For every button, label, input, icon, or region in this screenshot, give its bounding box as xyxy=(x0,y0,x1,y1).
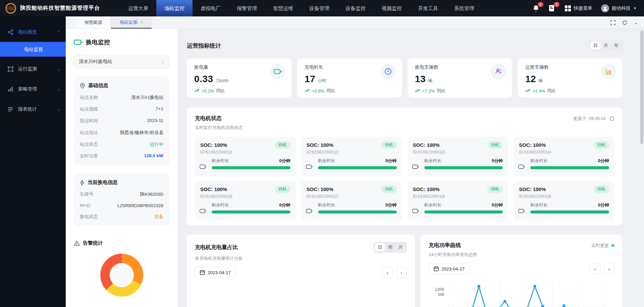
date-picker-button[interactable]: 2023-04-17 xyxy=(195,267,236,278)
tabs: 智慧能源 × 电站监视 × xyxy=(76,16,152,28)
period-option[interactable]: 周 xyxy=(385,243,395,252)
user-menu-button[interactable]: 能动科技 ▼ xyxy=(601,4,637,12)
charger-card: SOC: 100% 待机 ID:6108220001|5 剩余时长 0分钟 xyxy=(195,181,296,221)
charge-progress-bar xyxy=(530,166,609,169)
battery-icon xyxy=(74,40,83,45)
charger-id: ID:6108220001|5 xyxy=(200,194,290,199)
battery-icon xyxy=(412,165,419,169)
nav-item[interactable]: 虚拟电厂 xyxy=(193,0,229,16)
status-badge: 待机 xyxy=(275,141,290,149)
charger-soc: SOC: 100% xyxy=(519,186,546,192)
battery-icon xyxy=(200,209,206,213)
battery-icon xyxy=(518,165,525,169)
charger-soc: SOC: 100% xyxy=(307,142,333,148)
date-picker-button[interactable]: 2023-04-17 xyxy=(429,263,470,274)
chargers-subtitle: 实时监控充电机充电状态 xyxy=(195,125,614,131)
frame-icon xyxy=(7,66,14,72)
battery-icon xyxy=(306,165,313,169)
period-option[interactable]: 月 xyxy=(395,243,406,252)
remain-value: 0分钟 xyxy=(598,202,609,208)
remain-label: 剩余时长 xyxy=(318,158,335,164)
refresh-icon[interactable] xyxy=(622,20,627,25)
status-badge: 待机 xyxy=(487,185,503,193)
logo-icon: SGC xyxy=(5,3,16,14)
period-option[interactable]: 日 xyxy=(590,41,601,50)
nav-item[interactable]: 智慧运维 xyxy=(265,0,301,16)
charger-card: SOC: 100% 待机 ID:6108220001|8 剩余时长 0分钟 xyxy=(408,181,508,221)
fullscreen-icon[interactable] xyxy=(610,20,615,25)
status-badge: 待机 xyxy=(381,185,397,193)
sidebar-item-station-overview[interactable]: 电站概览 ⌃ xyxy=(0,24,66,40)
message-badge: 0 xyxy=(554,2,559,7)
power-line-chart: 1200kW 900 kW xyxy=(429,278,614,307)
remain-label: 剩余时长 xyxy=(530,158,548,164)
tab[interactable]: 电站监视 × xyxy=(111,16,152,28)
remain-label: 剩余时长 xyxy=(530,202,548,208)
kpi-card-operating-vehicles: 运营车辆数 12辆 +2.4%同比 xyxy=(518,58,623,98)
trend-up-icon xyxy=(415,89,420,93)
charger-soc: SOC: 100% xyxy=(519,142,546,148)
swap-info-card: 当前换电信息 车牌号陕K06203D RFIDLZ5RB9D36PB002328… xyxy=(74,173,169,226)
sidebar-item-station-monitor[interactable]: 电站监视 xyxy=(0,42,66,57)
chevron-up-icon: ⌃ xyxy=(57,30,60,35)
nav-item[interactable]: 视频监控 xyxy=(374,0,410,16)
sidebar-item-strategy[interactable]: 策略管理 ⌄ xyxy=(0,81,66,97)
nav-item[interactable]: 系统管理 xyxy=(446,0,482,16)
charge-progress-bar xyxy=(318,210,397,213)
tab[interactable]: 智慧能源 × xyxy=(76,16,111,28)
sidebar-item-reports[interactable]: 报表统计 ⌄ xyxy=(0,102,66,117)
remain-label: 剩余时长 xyxy=(212,158,229,164)
nav-item[interactable]: 设备管理 xyxy=(301,0,337,16)
charger-soc: SOC: 100% xyxy=(200,186,227,192)
chevron-down-icon: ▼ xyxy=(633,6,637,10)
charger-card: SOC: 100% 待机 ID:6108220001|9 剩余时长 0分钟 xyxy=(514,181,614,221)
user-name: 能动科技 xyxy=(612,5,631,11)
info-row: RFIDLZ5RB9D36PB002328 xyxy=(80,203,163,208)
period-option[interactable]: 年 xyxy=(611,41,622,50)
charger-card: SOC: 100% 待机 ID:6108220001|1 剩余时长 0分钟 xyxy=(195,137,296,176)
pie-card-subtitle: 各充电机充电量统计分析 xyxy=(195,255,407,261)
nav-item[interactable]: 设备监控 xyxy=(337,0,374,16)
quick-menu-button[interactable]: 快捷菜单 xyxy=(565,5,592,11)
pie-period-toggle: 日 周 月 xyxy=(374,242,407,253)
remain-label: 剩余时长 xyxy=(212,202,229,208)
avatar xyxy=(601,4,609,12)
bar-chart-icon xyxy=(601,64,616,79)
vertical-scrollbar[interactable] xyxy=(640,30,643,306)
chevron-down-icon[interactable]: ⌄ xyxy=(634,20,638,25)
prev-button[interactable]: ‹ xyxy=(590,263,600,274)
messages-button[interactable]: 0 xyxy=(549,5,556,12)
app-logo: SGC 陕投能动科技智慧能源管理平台 xyxy=(0,3,100,14)
period-option[interactable]: 月 xyxy=(601,41,611,50)
nav-item[interactable]: 开发工具 xyxy=(410,0,446,16)
period-option[interactable]: 日 xyxy=(375,243,385,252)
status-badge: 待机 xyxy=(381,141,397,149)
sidebar-item-operation-monitor[interactable]: 运行监测 ⌄ xyxy=(0,61,66,77)
station-select[interactable]: 清水川#1换电站 ⌄ xyxy=(74,55,169,68)
charger-card: SOC: 100% 待机 ID:6108220001|3 剩余时长 0分钟 xyxy=(408,137,508,176)
chevron-down-icon: ⌄ xyxy=(57,87,60,91)
nav-item[interactable]: 场站监控 xyxy=(156,0,193,16)
next-button[interactable]: › xyxy=(604,263,614,274)
info-row: 实时功率128.5 kW xyxy=(80,153,163,159)
power-card-title: 充电功率曲线 xyxy=(429,242,461,249)
alarm-donut-chart xyxy=(100,254,143,297)
calendar-icon xyxy=(200,270,205,275)
remain-value: 0分钟 xyxy=(492,202,503,208)
battery-icon xyxy=(518,209,525,213)
power-card-subtitle: 24小时充电功率变化趋势 xyxy=(429,252,614,258)
close-icon[interactable]: × xyxy=(141,20,143,25)
info-row: 投运时间2023-11 xyxy=(80,118,163,124)
refresh-icon[interactable] xyxy=(609,116,614,121)
nav-item[interactable]: 运营大屏 xyxy=(120,0,156,16)
chevron-down-icon: ⌄ xyxy=(161,60,164,64)
nav-item[interactable]: 报警管理 xyxy=(229,0,265,16)
prev-button[interactable]: ‹ xyxy=(382,267,393,278)
top-nav: SGC 陕投能动科技智慧能源管理平台 运营大屏 场站监控 虚拟电厂 报警管理 智… xyxy=(0,0,644,16)
pie-chart: 6108220001|8: 14% 6108220001|7: 14% xyxy=(195,280,407,307)
power-curve-card: 充电功率曲线 实时更新 24小时充电功率变化趋势 2023-04-17 ‹ › xyxy=(421,235,623,307)
notifications-button[interactable]: 0 xyxy=(533,5,540,12)
scrollbar-thumb[interactable] xyxy=(640,30,643,144)
next-button[interactable]: › xyxy=(396,267,407,278)
remain-label: 剩余时长 xyxy=(318,202,335,208)
